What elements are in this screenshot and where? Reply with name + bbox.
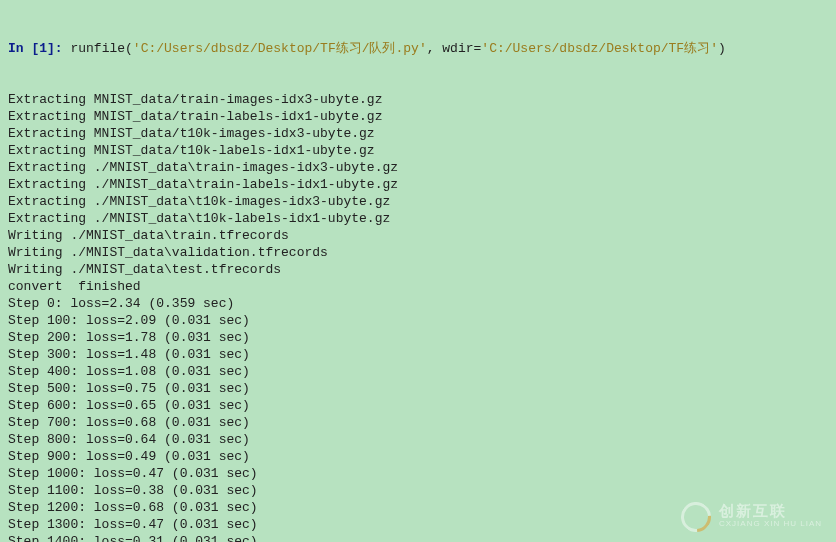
prompt-in-label: In [: [8, 41, 39, 56]
console-output-line: Step 1400: loss=0.31 (0.031 sec): [8, 533, 828, 542]
code-comma: ,: [427, 41, 443, 56]
prompt-close-label: ]:: [47, 41, 70, 56]
console-output-line: Step 800: loss=0.64 (0.031 sec): [8, 431, 828, 448]
code-arg1-string: 'C:/Users/dbsdz/Desktop/TF练习/队列.py': [133, 41, 427, 56]
console-output-line: Extracting MNIST_data/t10k-labels-idx1-u…: [8, 142, 828, 159]
prompt-cell-number: 1: [39, 41, 47, 56]
console-output-line: Extracting ./MNIST_data\train-images-idx…: [8, 159, 828, 176]
console-output-line: Writing ./MNIST_data\test.tfrecords: [8, 261, 828, 278]
console-output: Extracting MNIST_data/train-images-idx3-…: [8, 91, 828, 542]
console-output-line: Step 0: loss=2.34 (0.359 sec): [8, 295, 828, 312]
ipython-console[interactable]: In [1]: runfile('C:/Users/dbsdz/Desktop/…: [0, 0, 836, 542]
console-output-line: Step 1300: loss=0.47 (0.031 sec): [8, 516, 828, 533]
console-output-line: Extracting ./MNIST_data\t10k-images-idx3…: [8, 193, 828, 210]
console-output-line: Extracting ./MNIST_data\t10k-labels-idx1…: [8, 210, 828, 227]
console-output-line: Step 1100: loss=0.38 (0.031 sec): [8, 482, 828, 499]
console-output-line: Step 600: loss=0.65 (0.031 sec): [8, 397, 828, 414]
code-arg2-string: 'C:/Users/dbsdz/Desktop/TF练习': [481, 41, 718, 56]
console-output-line: Step 700: loss=0.68 (0.031 sec): [8, 414, 828, 431]
console-output-line: Extracting MNIST_data/train-labels-idx1-…: [8, 108, 828, 125]
code-open-paren: (: [125, 41, 133, 56]
console-output-line: Extracting MNIST_data/train-images-idx3-…: [8, 91, 828, 108]
console-output-line: Extracting ./MNIST_data\train-labels-idx…: [8, 176, 828, 193]
console-output-line: Step 200: loss=1.78 (0.031 sec): [8, 329, 828, 346]
console-output-line: Step 900: loss=0.49 (0.031 sec): [8, 448, 828, 465]
console-output-line: Step 100: loss=2.09 (0.031 sec): [8, 312, 828, 329]
console-output-line: convert finished: [8, 278, 828, 295]
console-output-line: Step 400: loss=1.08 (0.031 sec): [8, 363, 828, 380]
code-close-paren: ): [718, 41, 726, 56]
console-output-line: Extracting MNIST_data/t10k-images-idx3-u…: [8, 125, 828, 142]
code-function-name: runfile: [70, 41, 125, 56]
input-prompt-line: In [1]: runfile('C:/Users/dbsdz/Desktop/…: [8, 40, 828, 57]
console-output-line: Writing ./MNIST_data\train.tfrecords: [8, 227, 828, 244]
console-output-line: Step 1200: loss=0.68 (0.031 sec): [8, 499, 828, 516]
console-output-line: Step 500: loss=0.75 (0.031 sec): [8, 380, 828, 397]
console-output-line: Step 1000: loss=0.47 (0.031 sec): [8, 465, 828, 482]
console-output-line: Writing ./MNIST_data\validation.tfrecord…: [8, 244, 828, 261]
code-kwarg-name: wdir=: [442, 41, 481, 56]
console-output-line: Step 300: loss=1.48 (0.031 sec): [8, 346, 828, 363]
